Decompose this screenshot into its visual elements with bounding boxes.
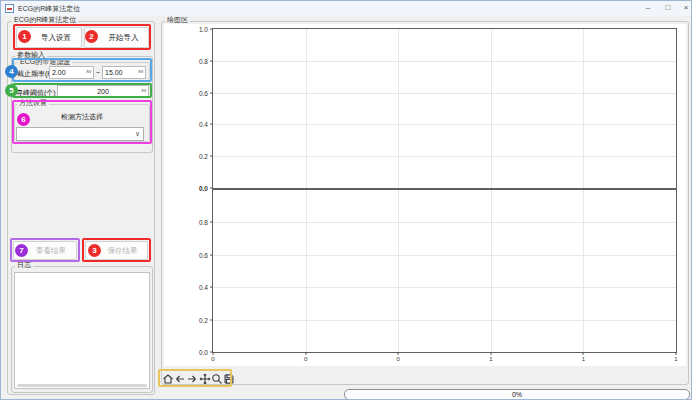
x-tick-label: 0 <box>211 356 214 362</box>
y-tick-label: 0.8 <box>199 57 208 64</box>
cutoff-low-value: 2.00 <box>52 69 66 76</box>
zoom-icon[interactable] <box>211 373 223 385</box>
annotation-circle-3: 3 <box>88 244 101 257</box>
gridline-horizontal <box>213 61 676 62</box>
cutoff-high-value: 15.00 <box>105 69 123 76</box>
threshold-value: 200 <box>97 88 109 95</box>
y-tick-label: 0.0 <box>199 349 208 356</box>
threshold-spinbox[interactable]: 200 ∧∨ <box>57 85 149 97</box>
log-group-label: 日志 <box>15 261 33 269</box>
y-tick-label: 0.2 <box>199 153 208 160</box>
x-tick-label: 1 <box>582 356 585 362</box>
plot-figure[interactable]: 1.00.80.60.40.20.0 0.80.60.40.20.0000111 <box>164 24 686 366</box>
subplot-top[interactable]: 1.00.80.60.40.20.0 <box>212 28 677 189</box>
minimize-button[interactable]: – <box>641 2 655 14</box>
y-tick-mark <box>210 222 213 223</box>
subplot-bottom[interactable]: 0.80.60.40.20.0000111 <box>212 189 677 353</box>
y-tick-mark <box>210 254 213 255</box>
gridline-vertical <box>491 190 492 352</box>
y-tick-mark <box>210 319 213 320</box>
log-hscrollbar[interactable] <box>17 384 147 387</box>
log-textarea[interactable] <box>14 272 150 389</box>
y-tick-label: 0.2 <box>199 316 208 323</box>
gridline-horizontal <box>213 255 676 256</box>
plot-panel-group-label: 绘图区 <box>165 16 190 24</box>
forward-icon[interactable] <box>186 373 198 385</box>
gridline-vertical <box>583 29 584 188</box>
spinner-arrows-icon[interactable]: ∧∨ <box>141 87 146 93</box>
x-tick-label: 0 <box>304 356 307 362</box>
method-select[interactable]: ∨ <box>16 127 144 141</box>
y-tick-mark <box>210 156 213 157</box>
spinner-arrows-icon[interactable]: ∧∨ <box>86 68 91 74</box>
progress-bar: 0% <box>344 389 690 400</box>
y-tick-mark <box>210 92 213 93</box>
gridline-horizontal <box>213 287 676 288</box>
chevron-down-icon: ∨ <box>135 130 140 138</box>
x-tick-label: 1 <box>489 356 492 362</box>
x-tick-mark <box>490 352 491 355</box>
y-tick-label: 0.8 <box>199 219 208 226</box>
y-tick-mark <box>210 60 213 61</box>
y-tick-label: 0.4 <box>199 284 208 291</box>
home-icon[interactable] <box>162 373 174 385</box>
gridline-vertical <box>583 190 584 352</box>
app-window: ECG的R峰算法定位 – □ × ECG的R峰算法定位 导入设置 开始导入 1 … <box>0 0 692 400</box>
annotation-circle-2: 2 <box>85 30 98 43</box>
gridline-horizontal <box>213 156 676 157</box>
progress-value: 0% <box>512 391 522 398</box>
gridline-vertical <box>398 190 399 352</box>
x-tick-mark <box>213 352 214 355</box>
gridline-vertical <box>306 29 307 188</box>
x-tick-label: 1 <box>674 356 677 362</box>
gridline-horizontal <box>213 93 676 94</box>
y-tick-mark <box>210 29 213 30</box>
gridline-vertical <box>398 29 399 188</box>
save-icon[interactable] <box>223 373 235 385</box>
method-label: 检测方法选择 <box>21 112 143 122</box>
gridline-horizontal <box>213 124 676 125</box>
y-tick-label: 0.4 <box>199 121 208 128</box>
y-tick-label: 1.0 <box>199 26 208 33</box>
x-tick-mark <box>398 352 399 355</box>
gridline-vertical <box>306 190 307 352</box>
left-panel-group-label: ECG的R峰算法定位 <box>12 16 78 24</box>
cutoff-low-spinbox[interactable]: 2.00 ∧∨ <box>49 66 94 79</box>
method-group-label: 方法设置 <box>17 99 49 107</box>
maximize-button[interactable]: □ <box>661 2 675 14</box>
gridline-horizontal <box>213 320 676 321</box>
annotation-circle-1: 1 <box>18 30 31 43</box>
gridline-vertical <box>491 29 492 188</box>
close-button[interactable]: × <box>679 2 692 14</box>
spinner-arrows-icon[interactable]: ∧∨ <box>138 68 143 74</box>
x-tick-mark <box>305 352 306 355</box>
annotation-circle-6: 6 <box>17 113 30 126</box>
x-tick-mark <box>676 352 677 355</box>
bandpass-group-label: ECG的带通滤波 <box>18 58 72 66</box>
cutoff-separator: ~ <box>96 69 100 76</box>
annotation-circle-7: 7 <box>15 244 28 257</box>
gridline-horizontal <box>213 222 676 223</box>
pan-icon[interactable] <box>199 373 211 385</box>
y-tick-mark <box>210 287 213 288</box>
x-tick-label: 0 <box>397 356 400 362</box>
y-tick-label: 0.0 <box>199 185 208 192</box>
app-icon <box>5 4 14 13</box>
y-tick-label: 0.6 <box>199 89 208 96</box>
back-icon[interactable] <box>174 373 186 385</box>
x-tick-mark <box>583 352 584 355</box>
annotation-circle-5: 5 <box>5 84 18 97</box>
y-tick-mark <box>210 124 213 125</box>
window-title: ECG的R峰算法定位 <box>18 4 80 14</box>
threshold-label: 寻峰阈值(个) <box>16 88 56 98</box>
annotation-circle-4: 4 <box>5 65 18 78</box>
titlebar[interactable]: ECG的R峰算法定位 – □ × <box>1 1 691 16</box>
y-tick-label: 0.6 <box>199 251 208 258</box>
cutoff-high-spinbox[interactable]: 15.00 ∧∨ <box>102 66 146 79</box>
